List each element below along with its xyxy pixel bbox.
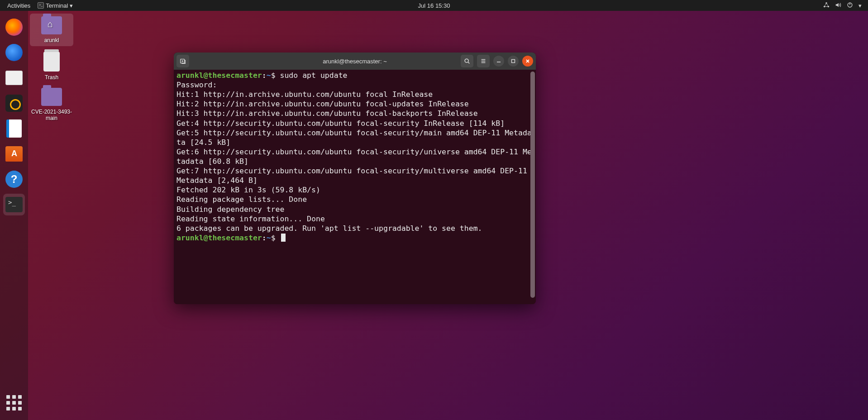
terminal-body[interactable]: arunkl@thesecmaster:~$ sudo apt update P… bbox=[174, 70, 536, 304]
dock-thunderbird[interactable] bbox=[3, 42, 25, 63]
terminal-output-line: Password: bbox=[176, 80, 533, 90]
thunderbird-icon bbox=[5, 44, 23, 61]
terminal-window: arunkl@thesecmaster: ~ arunkl@thesecmast… bbox=[174, 52, 536, 304]
chevron-down-icon: ▾ bbox=[858, 2, 862, 9]
network-icon bbox=[823, 2, 830, 10]
terminal-output-line: Get:4 http://security.ubuntu.com/ubuntu … bbox=[176, 119, 533, 128]
show-applications[interactable] bbox=[5, 394, 23, 412]
desktop-trash[interactable]: Trash bbox=[30, 52, 73, 81]
terminal-icon: >_ bbox=[5, 197, 23, 212]
close-button[interactable] bbox=[522, 56, 533, 67]
volume-icon bbox=[835, 2, 841, 10]
svg-point-5 bbox=[465, 59, 468, 62]
rhythmbox-icon bbox=[5, 95, 23, 112]
terminal-output-line: 6 packages can be upgraded. Run 'apt lis… bbox=[176, 224, 533, 233]
dock-help[interactable]: ? bbox=[3, 168, 25, 190]
terminal-output-line: Reading package lists... Done bbox=[176, 195, 533, 204]
help-icon: ? bbox=[5, 171, 23, 188]
dock-software[interactable] bbox=[3, 143, 25, 165]
terminal-output-line: Hit:2 http://in.archive.ubuntu.com/ubunt… bbox=[176, 99, 533, 109]
window-title: arunkl@thesecmaster: ~ bbox=[323, 58, 386, 65]
desktop-icon-label: CVE-2021-3493-main bbox=[30, 109, 73, 121]
titlebar[interactable]: arunkl@thesecmaster: ~ bbox=[174, 52, 536, 70]
folder-home-icon bbox=[41, 16, 62, 34]
minimize-button[interactable] bbox=[493, 56, 504, 67]
desktop-home-folder[interactable]: arunkl bbox=[30, 14, 73, 46]
trash-icon bbox=[43, 52, 60, 72]
dock-terminal[interactable]: >_ bbox=[3, 194, 25, 215]
dock-writer[interactable] bbox=[3, 118, 25, 139]
prompt-line: arunkl@thesecmaster:~$ bbox=[176, 233, 533, 243]
desktop-icon-label: arunkl bbox=[30, 37, 73, 43]
prompt-line: arunkl@thesecmaster:~$ sudo apt update bbox=[176, 71, 533, 80]
terminal-output-line: Hit:1 http://in.archive.ubuntu.com/ubunt… bbox=[176, 90, 533, 99]
system-status-area[interactable]: ▾ bbox=[823, 2, 868, 10]
scrollbar[interactable] bbox=[530, 72, 535, 298]
desktop-icon-label: Trash bbox=[30, 74, 73, 81]
desktop-folder-cve[interactable]: CVE-2021-3493-main bbox=[30, 88, 73, 121]
search-button[interactable] bbox=[461, 55, 473, 67]
terminal-output-line: Get:5 http://security.ubuntu.com/ubuntu … bbox=[176, 128, 533, 147]
terminal-output-line: Get:6 http://security.ubuntu.com/ubuntu … bbox=[176, 147, 533, 166]
dock-firefox[interactable] bbox=[3, 16, 25, 38]
chevron-down-icon: ▾ bbox=[70, 2, 73, 9]
terminal-output-line: Hit:3 http://in.archive.ubuntu.com/ubunt… bbox=[176, 109, 533, 118]
terminal-output-line: Get:7 http://security.ubuntu.com/ubuntu … bbox=[176, 166, 533, 185]
software-icon bbox=[5, 146, 23, 162]
top-panel: Activities Terminal ▾ Jul 16 15:30 ▾ bbox=[0, 0, 868, 11]
menu-button[interactable] bbox=[477, 55, 490, 67]
files-icon bbox=[5, 71, 23, 85]
terminal-output-line: Fetched 202 kB in 3s (59.8 kB/s) bbox=[176, 185, 533, 195]
dock-files[interactable] bbox=[3, 67, 25, 89]
folder-icon bbox=[41, 88, 62, 106]
clock[interactable]: Jul 16 15:30 bbox=[418, 2, 450, 9]
new-tab-button[interactable] bbox=[176, 55, 189, 67]
maximize-button[interactable] bbox=[508, 56, 519, 67]
app-menu-label: Terminal bbox=[46, 2, 68, 9]
app-menu[interactable]: Terminal ▾ bbox=[34, 2, 76, 9]
dock: ? >_ bbox=[0, 11, 28, 420]
firefox-icon bbox=[5, 19, 23, 36]
activities-button[interactable]: Activities bbox=[4, 2, 34, 9]
dock-rhythmbox[interactable] bbox=[3, 92, 25, 114]
terminal-icon bbox=[38, 2, 44, 9]
terminal-output-line: Building dependency tree bbox=[176, 205, 533, 214]
cursor bbox=[281, 234, 286, 242]
power-icon bbox=[847, 2, 853, 10]
terminal-output-line: Reading state information... Done bbox=[176, 214, 533, 224]
writer-icon bbox=[6, 119, 22, 138]
svg-rect-6 bbox=[512, 60, 515, 63]
